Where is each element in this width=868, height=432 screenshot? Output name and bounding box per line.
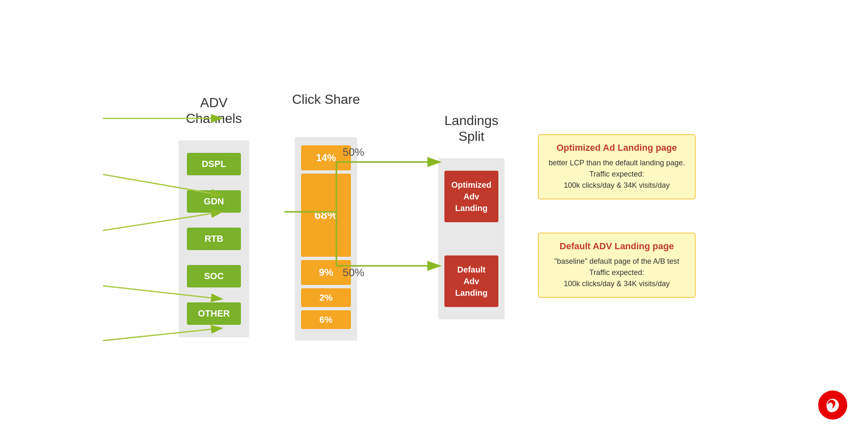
click-box-6: 6% [301,310,351,329]
landing-box-optimized: Optimized Adv Landing [444,171,498,222]
landings-header: Landings Split [438,113,505,146]
adv-header: ADV Channels [172,95,255,128]
vodafone-logo [818,390,847,420]
info-card-optimized-body: better LCP than the default landing page… [548,157,686,191]
adv-box-soc: SOC [187,265,241,287]
info-cards-column: Optimized Ad Landing page better LCP tha… [538,134,696,298]
info-card-default: Default ADV Landing page "baseline" defa… [538,233,696,298]
click-share-column: Click Share 14% 68% 9% 2% 6% [289,91,363,341]
adv-box-dspl: DSPL [187,153,241,175]
click-header: Click Share [292,91,360,125]
vodafone-circle [818,390,847,420]
adv-box-rtb: RTB [187,228,241,250]
click-bg: 14% 68% 9% 2% 6% [295,137,357,341]
landings-split-column: Landings Split Optimized Adv Landing Def… [438,113,505,319]
click-box-68: 68% [301,174,351,257]
click-box-2: 2% [301,288,351,307]
click-box-9: 9% [301,260,351,285]
adv-box-other: OTHER [187,302,241,325]
info-card-default-body: "baseline" default page of the A/B testT… [548,256,686,290]
info-card-default-title: Default ADV Landing page [548,241,686,252]
click-box-14: 14% [301,145,351,170]
info-card-optimized-title: Optimized Ad Landing page [548,142,686,153]
landings-bg: Optimized Adv Landing Default Adv Landin… [438,158,505,319]
adv-bg: DSPL GDN RTB SOC OTHER [179,140,249,337]
adv-channels-column: ADV Channels DSPL GDN RTB SOC OTHER [172,95,255,337]
info-card-optimized: Optimized Ad Landing page better LCP tha… [538,134,696,199]
landing-box-default: Default Adv Landing [444,255,498,307]
diagram-container: ADV Channels DSPL GDN RTB SOC OTHER Clic… [0,0,868,432]
adv-box-gdn: GDN [187,190,241,213]
